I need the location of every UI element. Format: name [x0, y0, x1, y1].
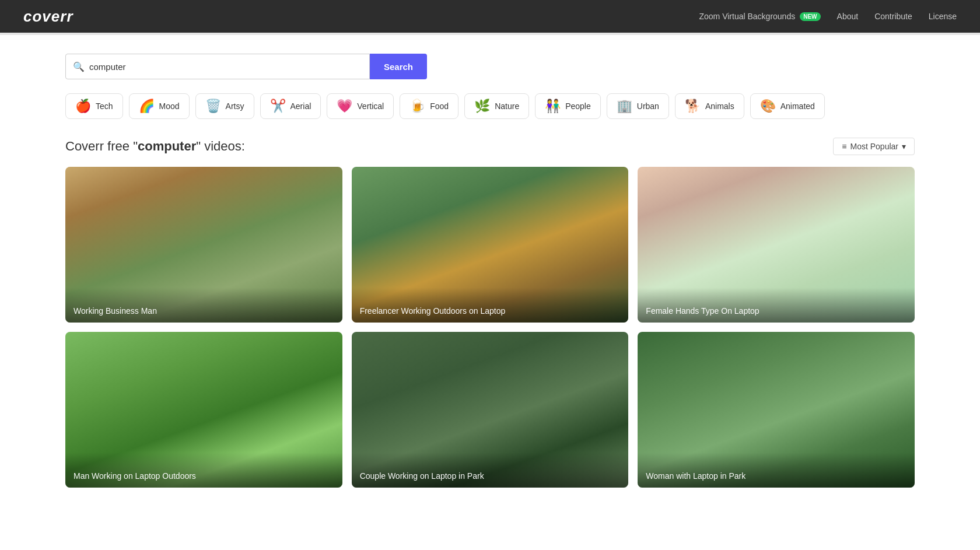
category-chip-tech[interactable]: 🍎 Tech — [65, 93, 123, 119]
category-emoji-artsy: 🗑️ — [205, 99, 221, 114]
video-card[interactable]: Woman with Laptop in Park — [638, 332, 915, 488]
chevron-down-icon: ▾ — [902, 142, 906, 151]
search-area: 🔍 Search — [0, 35, 980, 93]
category-chip-animated[interactable]: 🎨 Animated — [750, 93, 825, 119]
category-label-animals: Animals — [705, 101, 734, 111]
category-label-people: People — [565, 101, 591, 111]
category-chip-food[interactable]: 🍺 Food — [400, 93, 459, 119]
category-label-food: Food — [430, 101, 449, 111]
video-title: Man Working on Laptop Outdoors — [65, 453, 342, 488]
category-chip-nature[interactable]: 🌿 Nature — [464, 93, 529, 119]
results-title: Coverr free "computer" videos: — [65, 139, 245, 154]
category-label-artsy: Artsy — [226, 101, 244, 111]
category-label-animated: Animated — [780, 101, 815, 111]
video-card[interactable]: Working Business Man — [65, 167, 342, 323]
search-button[interactable]: Search — [370, 54, 427, 79]
about-link[interactable]: About — [837, 12, 859, 21]
search-icon: 🔍 — [73, 61, 85, 72]
results-header: Coverr free "computer" videos: ≡ Most Po… — [0, 138, 980, 167]
category-emoji-food: 🍺 — [410, 99, 425, 114]
video-grid: Working Business Man Freelancer Working … — [0, 167, 980, 511]
category-emoji-aerial: ✂️ — [270, 99, 286, 114]
zoom-label: Zoom Virtual Backgrounds — [699, 12, 795, 21]
sort-label: Most Popular — [850, 142, 898, 151]
logo[interactable]: coverr — [23, 8, 74, 26]
sort-icon: ≡ — [842, 142, 846, 151]
video-card[interactable]: Female Hands Type On Laptop — [638, 167, 915, 323]
categories-section: 🍎 Tech 🌈 Mood 🗑️ Artsy ✂️ Aerial 💗 Verti… — [0, 93, 980, 138]
category-label-tech: Tech — [96, 101, 113, 111]
results-keyword: computer — [138, 139, 196, 153]
license-link[interactable]: License — [929, 12, 957, 21]
new-badge: New — [800, 12, 820, 21]
category-chip-people[interactable]: 👫 People — [535, 93, 601, 119]
category-chip-aerial[interactable]: ✂️ Aerial — [260, 93, 321, 119]
contribute-link[interactable]: Contribute — [874, 12, 912, 21]
header: coverr Zoom Virtual Backgrounds New Abou… — [0, 0, 980, 33]
category-emoji-nature: 🌿 — [474, 99, 490, 114]
video-title: Female Hands Type On Laptop — [638, 288, 915, 323]
nav: Zoom Virtual Backgrounds New About Contr… — [699, 12, 957, 21]
category-emoji-tech: 🍎 — [75, 99, 91, 114]
category-emoji-urban: 🏢 — [617, 99, 632, 114]
category-emoji-people: 👫 — [545, 99, 561, 114]
search-input-wrap: 🔍 — [65, 54, 370, 79]
category-emoji-animals: 🐕 — [685, 99, 701, 114]
video-card[interactable]: Freelancer Working Outdoors on Laptop — [352, 167, 629, 323]
category-emoji-mood: 🌈 — [139, 99, 155, 114]
category-emoji-animated: 🎨 — [760, 99, 776, 114]
zoom-nav-item[interactable]: Zoom Virtual Backgrounds New — [699, 12, 820, 21]
video-card[interactable]: Couple Working on Laptop in Park — [352, 332, 629, 488]
sort-button[interactable]: ≡ Most Popular ▾ — [833, 138, 915, 155]
category-label-mood: Mood — [159, 101, 180, 111]
search-input[interactable] — [89, 62, 362, 72]
video-title: Freelancer Working Outdoors on Laptop — [352, 288, 629, 323]
category-chip-animals[interactable]: 🐕 Animals — [675, 93, 744, 119]
category-chip-artsy[interactable]: 🗑️ Artsy — [195, 93, 254, 119]
video-card[interactable]: Man Working on Laptop Outdoors — [65, 332, 342, 488]
video-title: Woman with Laptop in Park — [638, 453, 915, 488]
category-label-aerial: Aerial — [290, 101, 312, 111]
category-emoji-vertical: 💗 — [337, 99, 352, 114]
category-label-nature: Nature — [495, 101, 519, 111]
category-label-urban: Urban — [637, 101, 659, 111]
search-bar: 🔍 Search — [65, 54, 427, 79]
category-label-vertical: Vertical — [357, 101, 384, 111]
category-chip-vertical[interactable]: 💗 Vertical — [327, 93, 394, 119]
video-title: Couple Working on Laptop in Park — [352, 453, 629, 488]
category-chip-urban[interactable]: 🏢 Urban — [607, 93, 669, 119]
category-chip-mood[interactable]: 🌈 Mood — [129, 93, 190, 119]
video-title: Working Business Man — [65, 288, 342, 323]
